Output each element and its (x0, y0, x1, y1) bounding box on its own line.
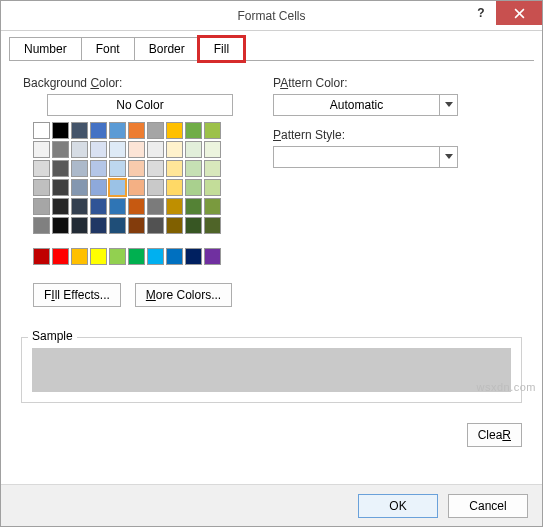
color-swatch[interactable] (166, 248, 183, 265)
color-swatch[interactable] (109, 248, 126, 265)
color-swatch[interactable] (90, 217, 107, 234)
color-swatch[interactable] (128, 217, 145, 234)
color-swatch[interactable] (204, 141, 221, 158)
color-swatch[interactable] (71, 217, 88, 234)
color-swatch[interactable] (33, 217, 50, 234)
close-button[interactable] (496, 1, 542, 25)
color-swatch[interactable] (204, 248, 221, 265)
color-swatch[interactable] (109, 179, 126, 196)
pattern-color-value: Automatic (274, 95, 439, 115)
color-swatch[interactable] (71, 160, 88, 177)
color-swatch[interactable] (90, 141, 107, 158)
sample-label: Sample (28, 329, 77, 343)
color-swatch[interactable] (128, 198, 145, 215)
color-swatch[interactable] (52, 141, 69, 158)
color-swatch[interactable] (185, 248, 202, 265)
color-swatch[interactable] (90, 248, 107, 265)
color-swatch[interactable] (166, 141, 183, 158)
color-swatch[interactable] (109, 160, 126, 177)
ok-button[interactable]: OK (358, 494, 438, 518)
color-swatch[interactable] (166, 198, 183, 215)
color-swatch[interactable] (71, 248, 88, 265)
color-swatch[interactable] (71, 122, 88, 139)
color-swatch[interactable] (52, 217, 69, 234)
clear-button[interactable]: CleaR (467, 423, 522, 447)
color-swatch[interactable] (147, 217, 164, 234)
color-swatch[interactable] (128, 179, 145, 196)
color-swatch[interactable] (166, 160, 183, 177)
pattern-color-label: PAttern Color: (273, 76, 524, 90)
color-swatch[interactable] (204, 198, 221, 215)
color-swatch[interactable] (90, 198, 107, 215)
close-icon (514, 8, 525, 19)
color-swatch[interactable] (185, 217, 202, 234)
pattern-style-label: Pattern Style: (273, 128, 524, 142)
sample-preview (32, 348, 511, 392)
background-color-section: Background Color: No Color FIll Effects.… (23, 76, 233, 307)
fill-effects-button[interactable]: FIll Effects... (33, 283, 121, 307)
no-color-button[interactable]: No Color (47, 94, 233, 116)
color-swatch[interactable] (33, 141, 50, 158)
chevron-down-icon[interactable] (439, 147, 457, 167)
color-swatch[interactable] (109, 217, 126, 234)
dialog-title: Format Cells (237, 9, 305, 23)
help-button[interactable]: ? (466, 1, 496, 25)
color-swatch[interactable] (71, 141, 88, 158)
color-swatch[interactable] (204, 160, 221, 177)
color-swatch[interactable] (185, 141, 202, 158)
color-swatch[interactable] (147, 179, 164, 196)
color-swatch[interactable] (33, 122, 50, 139)
color-swatch[interactable] (204, 179, 221, 196)
tab-number[interactable]: Number (9, 37, 82, 61)
titlebar: Format Cells ? (1, 1, 542, 31)
color-swatch[interactable] (33, 160, 50, 177)
pattern-style-combo[interactable] (273, 146, 458, 168)
chevron-down-icon[interactable] (439, 95, 457, 115)
watermark: wsxdn.com (476, 381, 536, 393)
color-swatch[interactable] (185, 160, 202, 177)
color-swatch[interactable] (128, 141, 145, 158)
color-swatch[interactable] (147, 141, 164, 158)
color-swatch[interactable] (90, 160, 107, 177)
color-swatch[interactable] (71, 198, 88, 215)
color-swatch[interactable] (33, 248, 50, 265)
pattern-style-value (274, 147, 439, 167)
color-swatch[interactable] (109, 198, 126, 215)
more-colors-button[interactable]: More Colors... (135, 283, 232, 307)
color-swatch[interactable] (185, 198, 202, 215)
color-swatch[interactable] (185, 122, 202, 139)
tab-font[interactable]: Font (81, 37, 135, 61)
pattern-color-combo[interactable]: Automatic (273, 94, 458, 116)
color-swatch[interactable] (204, 122, 221, 139)
color-swatch[interactable] (52, 248, 69, 265)
tab-border[interactable]: Border (134, 37, 200, 61)
standard-color-row (33, 248, 233, 265)
color-swatch[interactable] (147, 160, 164, 177)
color-swatch[interactable] (185, 179, 202, 196)
color-swatch[interactable] (109, 122, 126, 139)
color-swatch[interactable] (52, 160, 69, 177)
tab-fill[interactable]: Fill (199, 37, 244, 61)
theme-color-grid (33, 122, 221, 234)
color-swatch[interactable] (128, 122, 145, 139)
color-swatch[interactable] (52, 179, 69, 196)
color-swatch[interactable] (166, 217, 183, 234)
cancel-button[interactable]: Cancel (448, 494, 528, 518)
color-swatch[interactable] (128, 160, 145, 177)
color-swatch[interactable] (204, 217, 221, 234)
color-swatch[interactable] (128, 248, 145, 265)
color-swatch[interactable] (52, 198, 69, 215)
format-cells-dialog: Format Cells ? Number Font Border Fill B… (0, 0, 543, 527)
color-swatch[interactable] (33, 179, 50, 196)
color-swatch[interactable] (166, 179, 183, 196)
color-swatch[interactable] (147, 122, 164, 139)
color-swatch[interactable] (90, 179, 107, 196)
color-swatch[interactable] (109, 141, 126, 158)
color-swatch[interactable] (90, 122, 107, 139)
color-swatch[interactable] (33, 198, 50, 215)
color-swatch[interactable] (147, 198, 164, 215)
color-swatch[interactable] (52, 122, 69, 139)
color-swatch[interactable] (166, 122, 183, 139)
color-swatch[interactable] (71, 179, 88, 196)
color-swatch[interactable] (147, 248, 164, 265)
